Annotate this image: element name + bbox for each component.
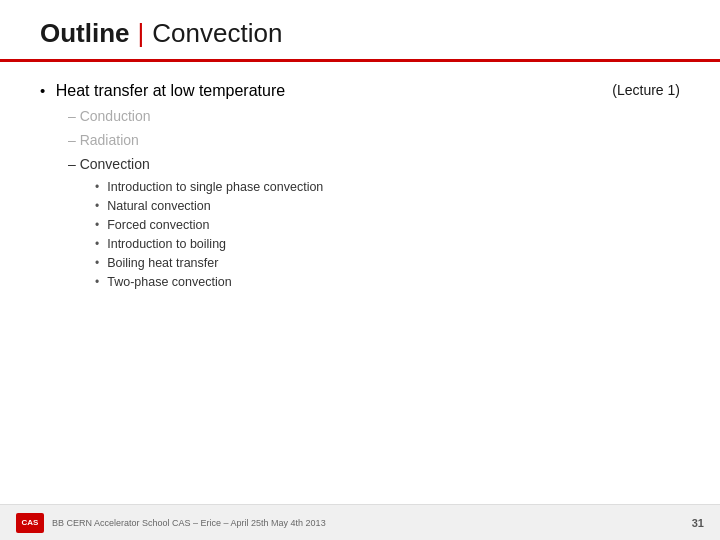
dash-radiation-label: – Radiation <box>68 132 139 148</box>
sub-bullet-text: Boiling heat transfer <box>107 256 218 270</box>
dash-conduction-label: – Conduction <box>68 108 151 124</box>
footer-text: BB CERN Accelerator School CAS – Erice –… <box>52 518 692 528</box>
sub-bullet-text: Two-phase convection <box>107 275 231 289</box>
list-item: Boiling heat transfer <box>95 256 680 270</box>
list-item: Natural convection <box>95 199 680 213</box>
header: Outline|Convection <box>0 0 720 62</box>
lecture-label: (Lecture 1) <box>612 82 680 98</box>
header-title: Outline|Convection <box>40 18 680 49</box>
footer: CAS BB CERN Accelerator School CAS – Eri… <box>0 504 720 540</box>
title-separator: | <box>138 18 145 48</box>
main-bullet-row: • Heat transfer at low temperature (Lect… <box>40 82 680 100</box>
dash-convection: – Convection <box>68 156 680 172</box>
list-item: Introduction to boiling <box>95 237 680 251</box>
slide: Outline|Convection • Heat transfer at lo… <box>0 0 720 540</box>
footer-logo: CAS <box>16 513 44 533</box>
dash-radiation: – Radiation <box>68 132 680 148</box>
sub-bullets-list: Introduction to single phase convection … <box>95 180 680 289</box>
footer-logo-text: CAS <box>22 518 39 527</box>
title-bold: Outline <box>40 18 130 48</box>
main-bullet-label: Heat transfer at low temperature <box>56 82 285 99</box>
dash-conduction: – Conduction <box>68 108 680 124</box>
main-bullet-text: • Heat transfer at low temperature <box>40 82 285 100</box>
sub-bullet-text: Natural convection <box>107 199 211 213</box>
dash-convection-label: – Convection <box>68 156 150 172</box>
sub-bullet-text: Forced convection <box>107 218 209 232</box>
list-item: Forced convection <box>95 218 680 232</box>
title-subtitle: Convection <box>152 18 282 48</box>
sub-bullet-text: Introduction to single phase convection <box>107 180 323 194</box>
list-item: Introduction to single phase convection <box>95 180 680 194</box>
sub-bullet-text: Introduction to boiling <box>107 237 226 251</box>
content-area: • Heat transfer at low temperature (Lect… <box>0 62 720 314</box>
footer-page-number: 31 <box>692 517 704 529</box>
list-item: Two-phase convection <box>95 275 680 289</box>
